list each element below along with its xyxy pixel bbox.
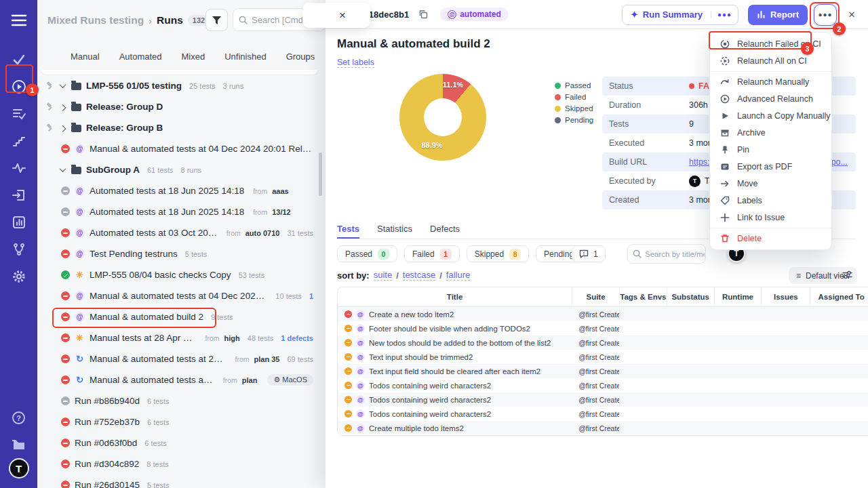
column-title[interactable]: Title [338,287,572,306]
help-button[interactable]: ? [0,404,37,431]
menu-item-delete[interactable]: Delete [710,228,831,247]
run-defects-link[interactable]: 1 defects [281,334,313,342]
sidebar-item-runs[interactable] [0,73,37,100]
column-suite[interactable]: Suite [572,287,619,306]
run-list-item[interactable]: Automated tests at 18 Jun 2025 14:18 fro… [41,180,319,201]
sidebar-item-analytics[interactable] [0,209,37,236]
test-row[interactable]: Footer should be visible when adding TOD… [338,321,868,336]
chevron-icon[interactable] [60,104,66,111]
user-avatar[interactable]: T [9,458,29,479]
sidebar-item-milestones[interactable] [0,127,37,155]
run-list-item[interactable]: Run #0d63f0bd 6 tests [41,432,319,453]
sidebar-item-import[interactable] [0,182,37,209]
menu-item-move[interactable]: Move [710,175,831,192]
run-list-item[interactable]: Manual & automated tests at 25 Apr 2025 … [41,348,319,369]
test-row[interactable]: Todos containing weird characters2 @firs… [338,407,868,421]
tab-automated[interactable]: Automated [119,52,162,62]
test-row[interactable]: Text input field should be cleared after… [338,364,868,378]
test-row[interactable]: Todos containing weird characters2 @firs… [338,378,868,392]
run-list-item[interactable]: Manual & automated build 2 9 tests [41,306,319,327]
menu-item-link-to-issue[interactable]: Link to Issue [710,209,831,226]
test-row[interactable]: Text input should be trimmed2 @first Cre… [338,350,868,364]
sort-by-testcase[interactable]: testcase [403,270,435,281]
column-issues[interactable]: Issues [761,287,810,306]
tests-search-input[interactable] [645,250,705,258]
run-list-item[interactable]: Automated tests at 18 Jun 2025 14:18 fro… [41,201,319,222]
test-row[interactable]: New todos should be added to the bottom … [338,336,868,350]
close-panel-icon[interactable]: × [842,5,861,24]
column-assigned-to[interactable]: Assigned To [810,287,868,306]
tab-groups[interactable]: Groups [286,52,315,62]
tab-defects[interactable]: Defects [430,224,460,239]
run-list-item[interactable]: Manual & automated tests at 04 Dec 2024 … [41,285,319,306]
menu-item-labels[interactable]: Labels [710,192,831,209]
test-row[interactable]: Create multiple todo items2 @first Creat… [338,421,868,435]
sidebar-item-tests[interactable] [0,46,37,73]
run-list-item[interactable]: Manual tests at 28 Apr 2025 16:50 from h… [41,327,319,348]
run-list-item[interactable]: Manual & automated tests at 04 Dec 2024 … [41,138,319,159]
test-row[interactable]: Todos containing weird characters2 @firs… [338,392,868,407]
run-defects-link[interactable]: 1 [309,292,313,300]
tab-mixed[interactable]: Mixed [182,52,205,62]
sidebar-item-test-plans[interactable] [0,100,37,127]
close-icon[interactable]: × [339,9,346,22]
tab-statistics[interactable]: Statistics [377,224,412,239]
chevron-icon[interactable] [60,81,66,88]
filter-chip[interactable]: Skipped 8 [467,245,529,262]
hamburger-menu-button[interactable] [0,7,37,34]
report-button[interactable]: Report [748,5,808,25]
scrollbar-thumb[interactable] [319,152,322,196]
breadcrumb-project[interactable]: Mixed Runs testing [47,14,144,26]
run-summary-more-button[interactable]: ●●● [711,11,738,18]
copy-run-id-button[interactable] [417,8,429,20]
run-list-item[interactable]: SubGroup A 61 tests 8 runs [41,159,319,180]
tab-manual[interactable]: Manual [71,52,100,62]
projects-button[interactable] [0,431,37,458]
sidebar-item-settings[interactable] [0,263,37,290]
run-list-item[interactable]: Test Pending testruns 5 tests [41,243,319,264]
legend-passed[interactable]: Passed [555,81,593,89]
run-list-item[interactable]: Manual & automated tests at 25 Apr 2025 … [41,369,319,390]
build-url-link[interactable]: https:/ [689,157,712,167]
legend-pending[interactable]: Pending [555,116,593,124]
sort-by-failure[interactable]: failure [446,270,470,281]
run-list-item[interactable]: Run #26d30145 5 tests [41,474,319,488]
sidebar-item-branches[interactable] [0,236,37,263]
column-substatus[interactable]: Substatus [667,287,714,306]
menu-item-advanced-relaunch[interactable]: Advanced Relaunch [710,90,831,107]
menu-item-relaunch-manually[interactable]: Relaunch Manually [710,71,831,90]
run-list-item[interactable]: Run #752eb37b 6 tests [41,411,319,432]
tab-unfinished[interactable]: Unfinished [224,52,266,62]
filter-chip[interactable]: Passed 0 [337,245,397,262]
tab-tests[interactable]: Tests [337,224,359,239]
column-tags-envs[interactable]: Tags & Envs [619,287,667,306]
run-list-item[interactable]: LMP-555 08/04 basic checks Copy 53 tests [41,264,319,285]
run-list-item[interactable]: Release: Group D [41,96,319,117]
menu-item-relaunch-all-ci[interactable]: Relaunch All on CI [710,52,831,69]
chevron-icon[interactable] [60,125,66,132]
menu-item-relaunch-failed-ci[interactable]: Relaunch Failed on CI [710,35,831,52]
run-list-item[interactable]: Release: Group B [41,117,319,138]
run-list-item[interactable]: Run #b86b940d 6 tests [41,390,319,411]
comments-filter-chip[interactable]: 1 [572,245,606,262]
view-settings-button[interactable] [842,269,854,281]
filter-chip[interactable]: Failed 1 [404,245,460,262]
menu-item-archive[interactable]: Archive [710,124,831,141]
test-row[interactable]: Create a new todo item2 @first Create ..… [338,307,868,321]
chevron-icon[interactable] [60,165,66,172]
menu-item-launch-copy[interactable]: Launch a Copy Manually [710,107,831,124]
set-labels-link[interactable]: Set labels [337,58,374,68]
legend-skipped[interactable]: Skipped [555,104,593,113]
run-list-item[interactable]: LMP-556 01/05 testing 25 tests 3 runs [41,75,319,96]
run-summary-button[interactable]: ✦Run Summary ●●● [622,5,738,25]
run-list-item[interactable]: Automated tests at 03 Oct 2024 20:25 fro… [41,222,319,243]
run-more-actions-button[interactable]: ●●● [814,4,837,26]
sidebar-item-activity[interactable] [0,155,37,182]
legend-failed[interactable]: Failed [555,93,593,101]
column-runtime[interactable]: Runtime [714,287,762,306]
menu-item-export-pdf[interactable]: Export as PDF [710,158,831,175]
sort-by-suite[interactable]: suite [374,270,392,281]
run-list-item[interactable]: Run #d304c892 8 tests [41,453,319,474]
menu-item-pin[interactable]: Pin [710,141,831,158]
filter-button[interactable] [205,9,228,31]
